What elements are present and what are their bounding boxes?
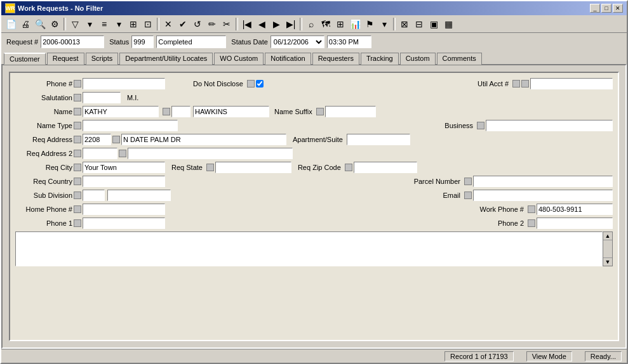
req-address-num-input[interactable]	[83, 134, 111, 145]
close-button[interactable]: ✕	[613, 4, 623, 13]
name-last-input[interactable]	[193, 106, 269, 117]
util-acct-indicator1	[512, 80, 520, 88]
status-time-input[interactable]	[327, 36, 371, 48]
country-parcel-row: Req Country Parcel Number	[15, 176, 613, 187]
tab-request[interactable]: Request	[47, 53, 84, 65]
email-indicator	[464, 192, 472, 199]
req-city-label: Req City	[15, 164, 72, 171]
salutation-input[interactable]	[83, 92, 121, 103]
next-last-btn[interactable]: ▶|	[284, 17, 298, 31]
status-code-input[interactable]	[131, 36, 154, 48]
scroll-up-btn[interactable]: ▲	[603, 232, 612, 240]
salutation-label: Salutation	[15, 94, 72, 101]
req-address-street-input[interactable]	[121, 134, 286, 145]
scroll-track	[603, 240, 612, 257]
find-btn[interactable]: ⌕	[304, 17, 318, 31]
maximize-button[interactable]: □	[601, 4, 611, 13]
settings-btn[interactable]: ⚙	[48, 17, 62, 31]
name-first-input[interactable]	[83, 106, 159, 117]
phone-input[interactable]	[83, 78, 165, 89]
phone-row2: Home Phone # Work Phone #	[15, 204, 613, 215]
map-btn[interactable]: 🗺	[319, 17, 333, 31]
phone2-label: Phone 2	[498, 219, 524, 227]
tab-wo-custom[interactable]: WO Custom	[214, 53, 264, 65]
status-field: Status	[109, 36, 226, 48]
name-label: Name	[15, 108, 72, 115]
grid-btn[interactable]: ⊞	[126, 17, 140, 31]
status-date-select[interactable]: 06/12/2006	[271, 36, 324, 48]
chart-btn[interactable]: 📊	[348, 17, 362, 31]
tab-custom[interactable]: Custom	[400, 53, 436, 65]
new-btn[interactable]: 📄	[4, 17, 18, 31]
refresh-btn[interactable]: ↺	[190, 17, 204, 31]
req-address-row: Req Address Apartment/Suite	[15, 134, 613, 145]
zoom-btn[interactable]: 🔍	[33, 17, 47, 31]
flag-down[interactable]: ▾	[377, 17, 391, 31]
tab-tracking[interactable]: Tracking	[361, 53, 399, 65]
list2-btn[interactable]: ⊞	[333, 17, 347, 31]
subdivision-email-row: Sub Division Email	[15, 190, 613, 201]
sal-indicator	[74, 94, 81, 101]
work-phone-input[interactable]	[537, 204, 613, 215]
tab-customer[interactable]: Customer	[4, 53, 46, 65]
sub-division-input1[interactable]	[83, 190, 105, 201]
phone1-input[interactable]	[83, 218, 165, 229]
request-input[interactable]	[41, 36, 104, 48]
req-city-input[interactable]	[83, 162, 165, 173]
tab-requesters[interactable]: Requesters	[312, 53, 359, 65]
home-phone-label: Home Phone #	[15, 205, 72, 213]
business-input[interactable]	[486, 120, 613, 131]
prev-first-btn[interactable]: |◀	[240, 17, 254, 31]
tab-comments[interactable]: Comments	[437, 53, 482, 65]
scroll-down-btn[interactable]: ▼	[603, 257, 612, 266]
email-input[interactable]	[473, 190, 613, 201]
sep5	[393, 18, 396, 30]
sep3	[236, 18, 238, 30]
req-state-input[interactable]	[215, 162, 291, 173]
list-btn[interactable]: ≡	[97, 17, 111, 31]
tab-scripts[interactable]: Scripts	[86, 53, 119, 65]
prev-btn[interactable]: ◀	[255, 17, 269, 31]
list-down[interactable]: ▾	[112, 17, 126, 31]
extra2-btn[interactable]: ⊟	[412, 17, 426, 31]
stop-btn[interactable]: ✕	[161, 17, 175, 31]
minimize-button[interactable]: _	[590, 4, 600, 13]
apt-suite-input[interactable]	[347, 134, 410, 145]
notes-textarea[interactable]	[15, 231, 603, 266]
mi-input[interactable]	[171, 106, 190, 117]
sub-division-input2[interactable]	[107, 190, 171, 201]
extra3-btn[interactable]: ▣	[427, 17, 441, 31]
salutation-row: Salutation M.I.	[15, 92, 613, 103]
extra4-btn[interactable]: ▦	[441, 17, 455, 31]
edit-btn[interactable]: ✏	[205, 17, 219, 31]
phone-row: Phone # Do Not Disclose Util Acct #	[15, 78, 613, 89]
extra1-btn[interactable]: ⊠	[398, 17, 411, 31]
tab-dept-utility[interactable]: Department/Utility Locates	[119, 53, 213, 65]
filter-down[interactable]: ▾	[83, 17, 97, 31]
util-acct-input[interactable]	[530, 78, 613, 89]
req-country-input[interactable]	[83, 176, 165, 187]
req-address2-input1[interactable]	[83, 148, 117, 159]
business-indicator	[477, 122, 484, 129]
misc-btn[interactable]: ⊡	[141, 17, 155, 31]
cut-btn[interactable]: ✂	[220, 17, 234, 31]
filter-btn[interactable]: ▽	[68, 17, 82, 31]
flag-btn[interactable]: ⚑	[363, 17, 377, 31]
do-not-disclose-checkbox[interactable]	[256, 80, 264, 88]
next-btn[interactable]: ▶	[269, 17, 283, 31]
notes-wrapper: ▲ ▼	[15, 231, 613, 266]
phone2-input[interactable]	[537, 218, 613, 229]
name-suffix-input[interactable]	[325, 106, 376, 117]
req-address2-input2[interactable]	[128, 148, 293, 159]
status-value-input[interactable]	[156, 36, 226, 48]
business-label: Business	[444, 122, 473, 129]
home-phone-input[interactable]	[83, 204, 165, 215]
req-zip-input[interactable]	[354, 162, 417, 173]
name-type-input[interactable]	[83, 120, 178, 131]
print-btn[interactable]: 🖨	[18, 17, 32, 31]
do-not-disclose-label: Do Not Disclose	[193, 80, 243, 88]
parcel-input[interactable]	[473, 176, 613, 187]
check-btn[interactable]: ✔	[176, 17, 190, 31]
notes-scrollbar[interactable]: ▲ ▼	[603, 231, 613, 266]
tab-notification[interactable]: Notification	[265, 53, 311, 65]
